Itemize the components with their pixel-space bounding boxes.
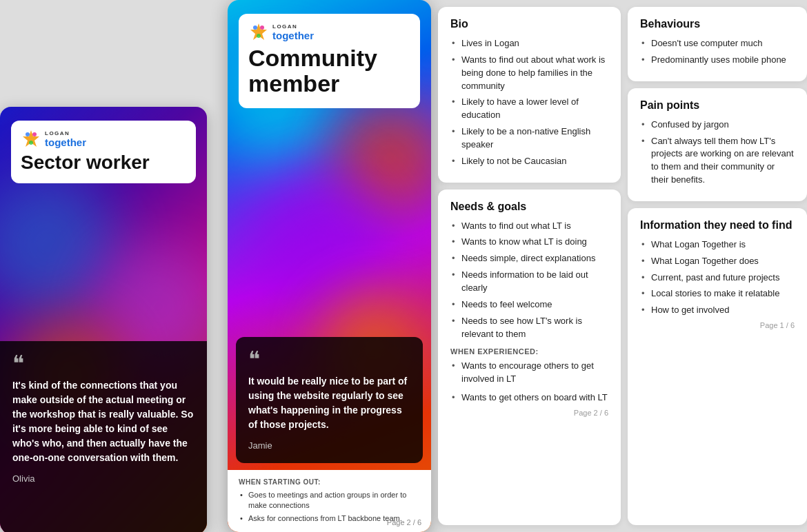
community-quote-mark-icon: ❝ xyxy=(248,351,410,369)
needs-bullet-1: Wants to find out what LT is xyxy=(450,220,608,233)
card-community-header: LOGAN together Community member xyxy=(239,14,420,108)
community-logo-together-text: together xyxy=(272,30,314,41)
svg-point-5 xyxy=(253,25,257,30)
needs-bullet-3: Needs simple, direct explanations xyxy=(450,252,608,265)
panel-col-left: Bio Lives in Logan Wants to find out abo… xyxy=(438,7,621,525)
sector-quote-author: Olivia xyxy=(12,473,195,484)
when-experienced-label: WHEN EXPERIENCED: xyxy=(450,347,608,356)
bio-card: Bio Lives in Logan Wants to find out abo… xyxy=(438,7,621,183)
community-quote-text: It would be really nice to be part of us… xyxy=(248,374,410,432)
needs-goals-title: Needs & goals xyxy=(450,201,608,213)
svg-point-3 xyxy=(29,141,33,145)
logo-logan-text: LOGAN xyxy=(45,130,86,136)
info-page-indicator: Page 1 / 6 xyxy=(640,321,795,329)
sector-quote-text: It's kind of the connections that you ma… xyxy=(12,378,195,465)
bio-bullet-4: Likely to be a non-native English speake… xyxy=(450,125,608,152)
community-starting-bullet-1: Goes to meetings and action groups in or… xyxy=(239,490,420,511)
behaviours-card: Behaviours Doesn't use computer much Pre… xyxy=(628,7,807,81)
needs-when-starting-bullet-1: Wants to get others on board with LT xyxy=(450,391,608,405)
quote-mark-icon: ❝ xyxy=(12,355,195,373)
info-bullet-4: Local stories to make it relatable xyxy=(640,287,795,300)
lt-star-icon xyxy=(21,129,41,150)
card-sector-quote: ❝ It's kind of the connections that you … xyxy=(0,341,207,532)
info-bullet-2: What Logan Together does xyxy=(640,255,795,268)
pain-points-card: Pain points Confused by jargon Can't alw… xyxy=(628,88,807,201)
community-quote-author: Jamie xyxy=(248,440,410,451)
when-starting-label: WHEN STARTING OUT: xyxy=(239,478,420,486)
card-community-bottom: WHEN STARTING OUT: Goes to meetings and … xyxy=(228,470,431,532)
card-sector-header: LOGAN together Sector worker xyxy=(11,121,196,183)
needs-goals-card: Needs & goals Wants to find out what LT … xyxy=(438,190,621,525)
bio-bullet-1: Lives in Logan xyxy=(450,37,608,50)
information-card: Information they need to find What Logan… xyxy=(628,208,807,525)
bio-title: Bio xyxy=(450,18,608,30)
card-community-member[interactable]: LOGAN together Community member ❝ It wou… xyxy=(228,0,431,532)
logo-brand: LOGAN together xyxy=(45,130,86,148)
info-bullet-1: What Logan Together is xyxy=(640,238,795,252)
pain-points-title: Pain points xyxy=(640,99,795,112)
svg-point-6 xyxy=(260,25,264,30)
bio-bullet-5: Likely to not be Caucasian xyxy=(450,155,608,168)
pain-bullet-2: Can't always tell them how LT's projects… xyxy=(640,135,795,187)
bio-bullet-3: Likely to have a lower level of educatio… xyxy=(450,96,608,122)
community-title-line1: Community xyxy=(248,45,377,71)
info-bullet-3: Current, past and future projects xyxy=(640,272,795,285)
card-sector-title: Sector worker xyxy=(21,152,186,174)
behaviours-title: Behaviours xyxy=(640,18,795,30)
community-logo-logan-text: LOGAN xyxy=(272,23,314,30)
information-title: Information they need to find xyxy=(640,219,795,232)
bio-bullet-2: Wants to find out about what work is bei… xyxy=(450,54,608,93)
community-logo-brand: LOGAN together xyxy=(272,23,314,41)
needs-bullet-2: Wants to know what LT is doing xyxy=(450,236,608,249)
needs-bullet-6: Needs to see how LT's work is relevant t… xyxy=(450,315,608,341)
community-title-line2: member xyxy=(248,70,339,96)
community-lt-star-icon xyxy=(248,22,269,43)
pain-bullet-1: Confused by jargon xyxy=(640,119,795,132)
svg-point-1 xyxy=(26,132,30,136)
needs-page-indicator: Page 2 / 6 xyxy=(450,409,608,417)
scene: LOGAN together Sector worker ❝ It's kind… xyxy=(0,0,807,532)
card-community-quote: ❝ It would be really nice to be part of … xyxy=(236,337,423,463)
behaviours-bullet-2: Predominantly uses mobile phone xyxy=(640,54,795,67)
community-page-indicator: Page 2 / 6 xyxy=(387,518,421,526)
info-bullet-5: How to get involved xyxy=(640,304,795,317)
right-panel: Bio Lives in Logan Wants to find out abo… xyxy=(438,7,807,525)
card-community-title: Community member xyxy=(248,45,410,97)
needs-bullet-4: Needs information to be laid out clearly xyxy=(450,269,608,295)
svg-point-7 xyxy=(257,34,261,38)
behaviours-bullet-1: Doesn't use computer much xyxy=(640,37,795,50)
community-logo-row: LOGAN together xyxy=(248,22,410,43)
when-experienced-bullet-1: Wants to encourage others to get involve… xyxy=(450,360,608,386)
card-sector-worker[interactable]: LOGAN together Sector worker ❝ It's kind… xyxy=(0,107,207,532)
svg-point-2 xyxy=(32,132,37,136)
needs-bullet-5: Needs to feel welcome xyxy=(450,298,608,311)
panel-col-right: Behaviours Doesn't use computer much Pre… xyxy=(628,7,807,525)
logo-row: LOGAN together xyxy=(21,129,186,150)
logo-together-text: together xyxy=(45,136,86,148)
